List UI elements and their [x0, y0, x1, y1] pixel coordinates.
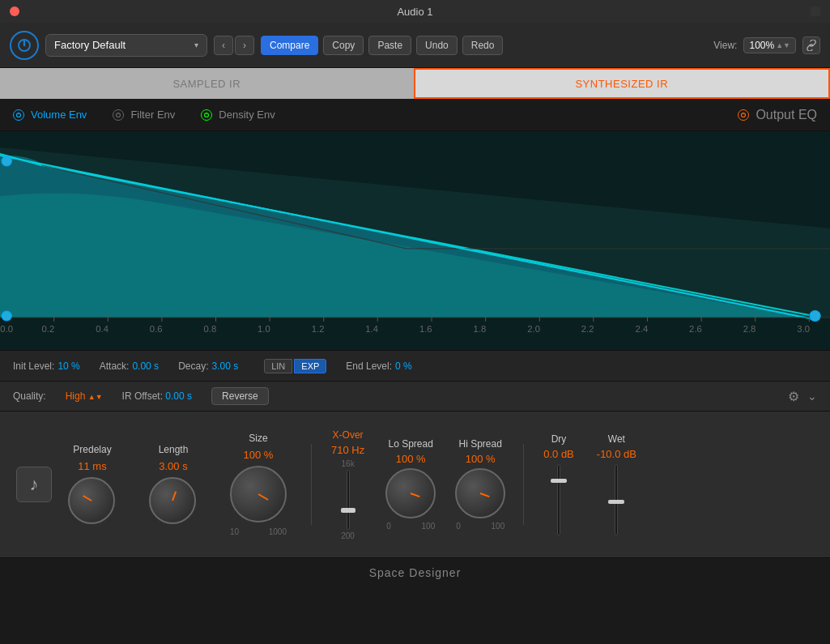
lo-spread-value: 100 %	[396, 453, 426, 465]
size-knob[interactable]	[230, 466, 287, 522]
xover-group: X-Over 710 Hz 16k 200	[320, 429, 376, 540]
length-value: 3.00 s	[159, 460, 187, 472]
dry-group: Dry 0.0 dB	[532, 433, 585, 536]
compare-button[interactable]: Compare	[261, 36, 318, 55]
lin-button[interactable]: LIN	[264, 359, 292, 373]
filter-env-tab[interactable]: Filter Env	[113, 109, 175, 121]
wet-label: Wet	[608, 433, 625, 445]
svg-text:2.8: 2.8	[743, 324, 756, 334]
init-level-param: Init Level: 10 %	[13, 360, 80, 372]
note-icon-box[interactable]: ♪	[16, 467, 52, 502]
hi-spread-label: Hi Spread	[459, 438, 502, 450]
attack-param: Attack: 0.00 s	[100, 360, 159, 372]
link-button[interactable]	[802, 36, 820, 54]
xover-slider[interactable]: 16k 200	[341, 459, 355, 540]
quality-value[interactable]: High ▲▼	[66, 390, 103, 402]
preset-dropdown[interactable]: Factory Default ▾	[45, 34, 207, 57]
svg-point-44	[2, 156, 11, 166]
view-percent[interactable]: 100% ▲▼	[743, 37, 796, 53]
predelay-value: 11 ms	[78, 460, 106, 472]
hi-spread-knob[interactable]	[455, 468, 505, 518]
copy-button[interactable]: Copy	[323, 36, 364, 55]
output-eq-power[interactable]	[738, 109, 749, 121]
svg-text:0.6: 0.6	[150, 324, 163, 334]
hi-spread-group: Hi Spread 100 % 0 100	[445, 438, 515, 531]
sampled-ir-tab[interactable]: SAMPLED IR	[0, 68, 414, 99]
svg-text:0.8: 0.8	[203, 324, 216, 334]
svg-text:0.2: 0.2	[42, 324, 55, 334]
svg-text:3.0: 3.0	[797, 324, 810, 334]
attack-value: 0.00 s	[132, 360, 159, 372]
power-button[interactable]	[10, 31, 39, 60]
density-env-power[interactable]	[201, 109, 212, 121]
exp-button[interactable]: EXP	[294, 359, 326, 373]
envelope-display[interactable]: 0.2 0.4 0.6 0.8 1.0 1.2 1.4 1.6 1.8 2.0 …	[0, 131, 830, 350]
wet-value: -10.0 dB	[597, 448, 636, 460]
chevron-icon[interactable]: ⌄	[807, 390, 817, 403]
nav-forward-button[interactable]: ›	[235, 36, 254, 55]
view-label: View:	[713, 40, 737, 51]
size-range: 10 1000	[230, 527, 287, 536]
ir-offset-value: 0.00 s	[165, 390, 192, 402]
predelay-label: Predelay	[73, 444, 111, 455]
svg-point-45	[2, 311, 11, 321]
undo-button[interactable]: Undo	[416, 36, 458, 55]
lin-exp-selector: LIN EXP	[264, 359, 326, 373]
size-value: 100 %	[244, 449, 274, 461]
envelope-params: Init Level: 10 % Attack: 0.00 s Decay: 3…	[0, 350, 830, 381]
volume-env-power[interactable]	[13, 109, 24, 121]
hi-spread-range: 0 100	[456, 522, 504, 531]
title-bar: Audio 1	[0, 0, 830, 23]
preset-name: Factory Default	[54, 39, 126, 51]
reverse-button[interactable]: Reverse	[211, 387, 269, 405]
dry-label: Dry	[551, 433, 567, 445]
env-tabs: Volume Env Filter Env Density Env Output…	[0, 99, 830, 131]
dry-value: 0.0 dB	[543, 448, 574, 460]
svg-text:1.8: 1.8	[474, 324, 487, 334]
dropdown-arrow: ▾	[194, 41, 198, 49]
hi-spread-value: 100 %	[466, 453, 496, 465]
paste-button[interactable]: Paste	[368, 36, 411, 55]
decay-value: 3.00 s	[211, 360, 238, 372]
svg-text:2.0: 2.0	[527, 324, 540, 334]
lo-spread-knob[interactable]	[385, 468, 436, 518]
app-label: Space Designer	[0, 557, 830, 586]
output-eq-section: Output EQ	[738, 108, 817, 122]
svg-point-46	[810, 311, 819, 321]
length-group: Length 3.00 s	[133, 444, 214, 526]
toolbar-right: View: 100% ▲▼	[713, 36, 820, 54]
density-env-tab[interactable]: Density Env	[201, 109, 275, 121]
xover-value: 710 Hz	[331, 444, 364, 456]
nav-buttons: ‹ ›	[214, 36, 254, 55]
wet-slider[interactable]	[615, 463, 618, 536]
volume-env-tab[interactable]: Volume Env	[13, 109, 87, 121]
predelay-knob[interactable]	[68, 477, 117, 526]
nav-back-button[interactable]: ‹	[214, 36, 233, 55]
svg-text:1.4: 1.4	[365, 324, 378, 334]
quality-label: Quality:	[13, 390, 46, 402]
svg-text:2.2: 2.2	[581, 324, 594, 334]
length-knob[interactable]	[149, 477, 198, 526]
divider-2	[523, 444, 524, 525]
minimize-button[interactable]	[811, 6, 820, 16]
density-env-label: Density Env	[219, 109, 275, 121]
svg-text:0.4: 0.4	[96, 324, 109, 334]
svg-text:2.4: 2.4	[635, 324, 648, 334]
dry-slider[interactable]	[557, 463, 560, 536]
lo-spread-group: Lo Spread 100 % 0 100	[376, 438, 445, 531]
predelay-group: Predelay 11 ms	[52, 444, 133, 526]
synthesized-ir-tab[interactable]: SYNTHESIZED IR	[414, 68, 831, 99]
volume-env-label: Volume Env	[31, 109, 87, 121]
app-name: Space Designer	[369, 566, 462, 579]
quality-bar: Quality: High ▲▼ IR Offset: 0.00 s Rever…	[0, 381, 830, 412]
redo-button[interactable]: Redo	[462, 36, 504, 55]
filter-env-power[interactable]	[113, 109, 124, 121]
end-level-value: 0 %	[395, 360, 412, 372]
svg-text:1.6: 1.6	[419, 324, 432, 334]
output-eq-label: Output EQ	[756, 108, 817, 122]
ir-offset-label: IR Offset: 0.00 s	[122, 390, 193, 402]
traffic-light[interactable]	[10, 6, 19, 16]
settings-icon[interactable]: ⚙	[785, 387, 802, 405]
toolbar: Factory Default ▾ ‹ › Compare Copy Paste…	[0, 23, 830, 68]
lo-spread-range: 0 100	[386, 522, 435, 531]
